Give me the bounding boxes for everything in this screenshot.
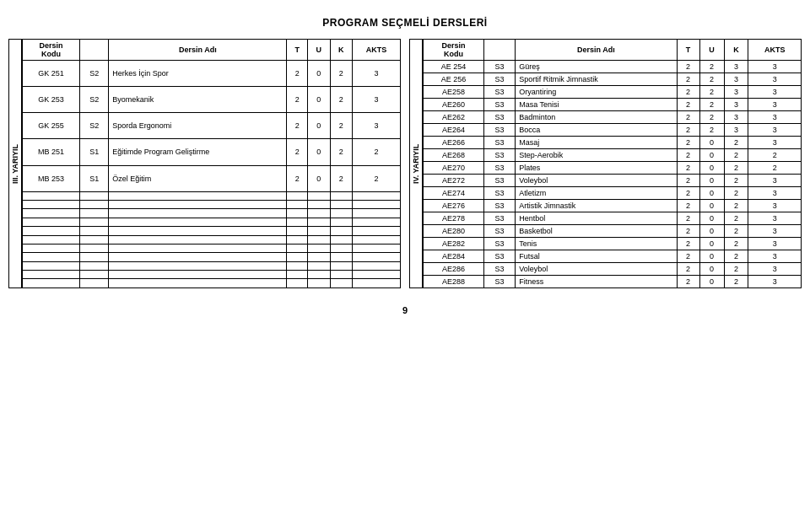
cell-u: 0 <box>699 137 724 149</box>
left-header-akts: AKTS <box>352 40 400 61</box>
left-table: DersinKodu Dersin Adı T U K AKTS GK 251 … <box>22 39 401 288</box>
cell-t: 2 <box>677 86 699 99</box>
table-row <box>23 235 401 244</box>
cell-sinif: S1 <box>80 139 109 165</box>
main-container: III. YARIYIL DersinKodu Dersin Adı T U K… <box>8 39 802 288</box>
cell-akts: 3 <box>748 263 802 276</box>
right-section: IV. YARIYIL DersinKodu Dersin Adı T U K … <box>409 39 802 288</box>
cell-ad <box>109 227 287 235</box>
cell-ad: Step-Aerobik <box>516 149 677 162</box>
table-row <box>23 279 401 288</box>
cell-k: 2 <box>330 139 352 165</box>
cell-t: 2 <box>677 99 699 111</box>
cell-k <box>330 261 352 270</box>
cell-akts: 3 <box>748 276 802 288</box>
cell-t: 2 <box>677 276 699 288</box>
cell-k: 2 <box>724 175 748 187</box>
cell-akts: 2 <box>352 139 400 165</box>
cell-sinif: S2 <box>80 87 109 113</box>
cell-kod: GK 251 <box>23 61 80 87</box>
cell-ad <box>109 235 287 244</box>
table-row <box>23 209 401 218</box>
cell-u: 0 <box>308 113 330 139</box>
left-section: III. YARIYIL DersinKodu Dersin Adı T U K… <box>8 39 401 288</box>
cell-sinif <box>80 218 109 226</box>
left-header-u: U <box>308 40 330 61</box>
cell-u <box>308 279 330 288</box>
right-header-t: T <box>677 40 699 61</box>
page-title: PROGRAM SEÇMELİ DERSLERİ <box>322 17 487 29</box>
cell-u <box>308 227 330 235</box>
cell-akts: 3 <box>748 99 802 111</box>
cell-ad <box>109 191 287 200</box>
table-row: AE278 S3 Hentbol 2 0 2 3 <box>424 212 802 225</box>
cell-u <box>308 244 330 252</box>
cell-ad: Bocca <box>516 124 677 137</box>
cell-k <box>330 191 352 200</box>
cell-kod: AE274 <box>424 187 484 200</box>
cell-kod <box>23 191 80 200</box>
cell-u: 0 <box>308 139 330 165</box>
cell-ad: Plates <box>516 162 677 175</box>
cell-u: 2 <box>699 86 724 99</box>
cell-t: 2 <box>677 124 699 137</box>
cell-kod: AE288 <box>424 276 484 288</box>
cell-sinif: S3 <box>483 137 515 149</box>
right-header-kod: DersinKodu <box>424 40 484 61</box>
cell-k <box>330 244 352 252</box>
cell-t: 2 <box>287 113 308 139</box>
cell-kod <box>23 209 80 218</box>
cell-ad: Atletizm <box>516 187 677 200</box>
cell-sinif: S2 <box>80 61 109 87</box>
cell-u <box>308 218 330 226</box>
cell-u: 2 <box>699 124 724 137</box>
cell-kod <box>23 271 80 279</box>
cell-akts: 2 <box>748 149 802 162</box>
cell-kod: AE270 <box>424 162 484 175</box>
cell-k <box>330 279 352 288</box>
cell-ad <box>109 261 287 270</box>
cell-akts: 3 <box>748 73 802 86</box>
cell-kod: AE286 <box>424 263 484 276</box>
cell-t <box>287 235 308 244</box>
cell-ad: Masa Tenisi <box>516 99 677 111</box>
cell-sinif <box>80 261 109 270</box>
cell-k <box>330 218 352 226</box>
table-row <box>23 244 401 252</box>
cell-akts <box>352 253 400 261</box>
cell-u <box>308 261 330 270</box>
cell-ad: Sportif Ritmik Jimnastik <box>516 73 677 86</box>
cell-t: 2 <box>677 175 699 187</box>
cell-akts: 3 <box>748 175 802 187</box>
cell-t: 2 <box>677 263 699 276</box>
cell-ad: Basketbol <box>516 225 677 238</box>
table-row: AE272 S3 Voleybol 2 0 2 3 <box>424 175 802 187</box>
cell-t: 2 <box>677 61 699 73</box>
cell-kod: AE258 <box>424 86 484 99</box>
table-row: AE264 S3 Bocca 2 2 3 3 <box>424 124 802 137</box>
cell-u: 0 <box>699 149 724 162</box>
cell-akts: 3 <box>748 212 802 225</box>
table-row: AE260 S3 Masa Tenisi 2 2 3 3 <box>424 99 802 111</box>
cell-ad <box>109 279 287 288</box>
cell-t: 2 <box>677 149 699 162</box>
cell-akts: 3 <box>352 113 400 139</box>
cell-kod <box>23 227 80 235</box>
cell-t <box>287 244 308 252</box>
cell-t: 2 <box>677 111 699 124</box>
cell-k: 2 <box>724 263 748 276</box>
left-header-t: T <box>287 40 308 61</box>
right-yariyil-label: IV. YARIYIL <box>409 39 423 288</box>
cell-sinif: S1 <box>80 165 109 191</box>
table-row: MB 251 S1 Eğitimde Program Geliştirme 2 … <box>23 139 401 165</box>
cell-ad: Masaj <box>516 137 677 149</box>
cell-akts: 2 <box>352 165 400 191</box>
cell-k: 2 <box>330 113 352 139</box>
cell-akts: 3 <box>748 111 802 124</box>
cell-u <box>308 235 330 244</box>
cell-sinif <box>80 227 109 235</box>
cell-akts: 3 <box>748 200 802 212</box>
cell-u: 2 <box>699 73 724 86</box>
table-row: AE288 S3 Fitness 2 0 2 3 <box>424 276 802 288</box>
cell-akts: 3 <box>748 61 802 73</box>
